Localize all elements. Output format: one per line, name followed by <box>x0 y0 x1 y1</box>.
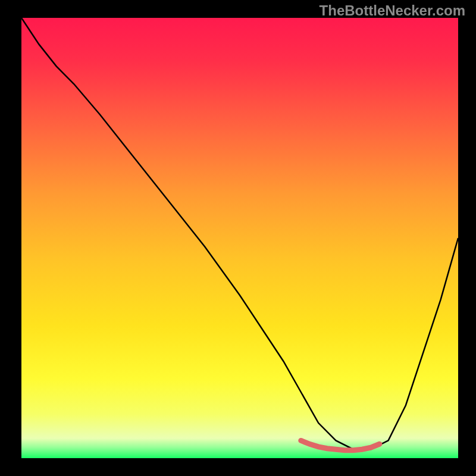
watermark-text: TheBottleNecker.com <box>320 2 465 19</box>
chart-svg <box>0 0 476 476</box>
chart-root: TheBottleNecker.com <box>0 0 476 476</box>
gradient-background <box>21 18 458 458</box>
